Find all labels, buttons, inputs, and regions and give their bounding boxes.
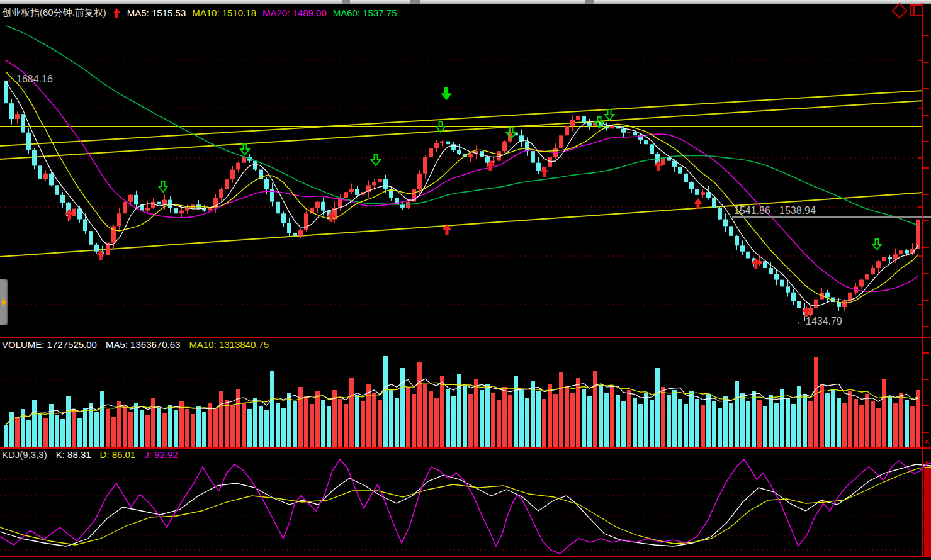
expand-arrow-icon xyxy=(2,298,7,306)
buy-signal-arrow xyxy=(540,167,549,177)
split-bar xyxy=(913,6,915,15)
diamond-icon[interactable] xyxy=(891,3,907,18)
ma60-line xyxy=(6,26,918,225)
volume-ma5: MA5: 1363670.63 xyxy=(106,339,180,350)
sell-signal-arrow xyxy=(159,181,167,192)
ma60-value: MA60: 1537.75 xyxy=(333,8,397,18)
volume-header: VOLUME: 1727525.00 MA5: 1363670.63 MA10:… xyxy=(2,339,269,350)
trend-line xyxy=(0,101,923,159)
instrument-title: 创业板指(60分钟.前复权) xyxy=(2,7,106,19)
sell-signal-arrow xyxy=(441,87,452,100)
current-price-label: 1541.86 - 1538.94 xyxy=(734,205,816,216)
ma5-value: MA5: 1515.53 xyxy=(127,8,186,18)
ma20-line xyxy=(6,60,918,292)
trend-line xyxy=(0,91,923,146)
up-arrow-icon xyxy=(113,8,121,18)
sell-signal-arrow xyxy=(605,109,614,120)
high-price-label: ←1684.16 xyxy=(6,74,53,85)
kdj-d-line xyxy=(0,467,931,545)
ma5-line xyxy=(6,81,918,306)
kdj-k: K: 88.31 xyxy=(56,449,91,460)
panel-expand-handle[interactable] xyxy=(0,279,8,325)
sell-signal-arrow xyxy=(240,144,249,155)
chart-header: 创业板指(60分钟.前复权) MA5: 1515.53 MA10: 1510.1… xyxy=(2,6,397,19)
grid-lines xyxy=(0,60,923,550)
close-x-icon[interactable]: × xyxy=(923,457,930,467)
signal-arrows xyxy=(65,87,881,317)
sell-signal-arrow xyxy=(872,239,881,250)
volume-bars xyxy=(4,356,920,447)
candlestick-series xyxy=(4,78,920,321)
kdj-d: D: 86.01 xyxy=(100,449,136,460)
close-x-icon[interactable]: × xyxy=(923,437,930,446)
kdj-header: KDJ(9,3,3) K: 88.31 D: 86.01 J: 92.92 xyxy=(2,449,178,460)
split-window-icon[interactable] xyxy=(910,4,923,16)
low-price-label: ←1434.79 xyxy=(796,316,842,327)
trend-line xyxy=(0,193,923,257)
price-axis-border[interactable]: ×× xyxy=(918,3,931,556)
sell-signal-arrow xyxy=(371,155,380,165)
axis-scrollbar[interactable] xyxy=(924,468,931,556)
ma20-value: MA20: 1489.00 xyxy=(262,8,327,18)
kdj-name: KDJ(9,3,3) xyxy=(2,449,47,460)
kdj-j-line xyxy=(0,459,931,554)
ma10-value: MA10: 1510.18 xyxy=(192,8,256,18)
kdj-k-line xyxy=(0,464,931,546)
stock-app-window: { "header": { "title": "创业板指(60分钟.前复权)",… xyxy=(0,0,931,560)
volume-ma10: MA10: 1313840.75 xyxy=(189,339,269,350)
volume-value: VOLUME: 1727525.00 xyxy=(2,339,97,350)
kdj-j: J: 92.92 xyxy=(144,449,178,460)
